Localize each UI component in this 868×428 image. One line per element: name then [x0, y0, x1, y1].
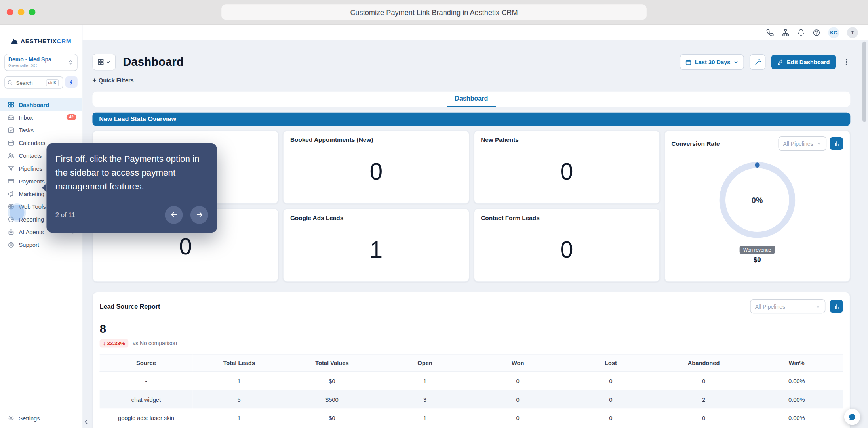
- sidebar-item-label: Tasks: [19, 126, 76, 133]
- tour-text: First off, click the Payments option in …: [55, 152, 208, 194]
- date-range-button[interactable]: Last 30 Days: [680, 54, 744, 70]
- cell: 2: [657, 390, 750, 408]
- sidebar-item-label: Support: [19, 241, 76, 248]
- tour-next-button[interactable]: [190, 206, 208, 224]
- header-cell: Lost: [564, 354, 657, 371]
- edit-dashboard-label: Edit Dashboard: [787, 59, 830, 65]
- cell: 0.00%: [750, 390, 843, 408]
- customize-wand-button[interactable]: [750, 54, 766, 70]
- logo-accent: CRM: [57, 38, 71, 44]
- sidebar-item-inbox[interactable]: Inbox 42: [0, 111, 82, 124]
- magic-wand-icon: [754, 59, 761, 65]
- quick-filters-button[interactable]: + Quick Filters: [92, 76, 153, 84]
- section-banner: New Lead Stats Overview: [92, 113, 850, 126]
- lead-source-table: Source Total Leads Total Values Open Won…: [100, 354, 843, 426]
- avatar-kc[interactable]: KC: [828, 27, 839, 38]
- conversion-chart-settings-button[interactable]: [830, 137, 843, 150]
- quick-actions-button[interactable]: [65, 76, 78, 88]
- arrow-down-icon: ↓: [103, 340, 105, 346]
- cell: $0: [286, 408, 379, 426]
- header-cell: Won: [471, 354, 564, 371]
- avatar-user[interactable]: T: [847, 27, 858, 38]
- lead-source-title: Lead Source Report: [100, 303, 746, 310]
- cell: 0: [657, 371, 750, 390]
- tour-prev-button[interactable]: [165, 206, 183, 224]
- web-tools-globe-icon: [8, 203, 15, 210]
- search-box[interactable]: ctrlK: [4, 76, 63, 89]
- plus-icon: +: [92, 76, 96, 84]
- cell: 1: [379, 371, 472, 390]
- stat-card-title: Google Ads Leads: [290, 214, 462, 221]
- stat-card-title: Contact Form Leads: [481, 214, 653, 221]
- location-sub: Greenville, SC: [8, 63, 68, 68]
- pipelines-funnel-icon: [8, 165, 15, 172]
- stat-card-google-ads-leads: Google Ads Leads 1: [283, 208, 469, 282]
- cell: google ads: laser skin: [100, 408, 193, 426]
- cell: 1: [192, 371, 286, 390]
- stat-card-value: 0: [481, 143, 653, 198]
- page-window-title: Customize Payment Link Branding in Aesth…: [350, 8, 518, 16]
- calendar-icon: [8, 139, 15, 146]
- vertical-scrollbar-thumb[interactable]: [862, 42, 866, 122]
- table-header-row: Source Total Leads Total Values Open Won…: [100, 354, 843, 371]
- contacts-icon: [8, 152, 15, 159]
- more-options-kebab-icon[interactable]: [843, 58, 851, 66]
- won-revenue-amount: $0: [754, 256, 761, 264]
- table-row: chat widget 5 $500 3 0 0 2 0.00%: [100, 390, 843, 408]
- tab-dashboard[interactable]: Dashboard: [447, 92, 496, 107]
- sidebar-item-settings[interactable]: Settings: [0, 410, 82, 426]
- sidebar-collapse-button[interactable]: [82, 418, 89, 425]
- arrow-left-icon: [169, 211, 178, 219]
- help-icon[interactable]: [813, 29, 820, 37]
- edit-dashboard-button[interactable]: Edit Dashboard: [771, 55, 836, 69]
- location-name: Demo - Med Spa: [8, 57, 68, 63]
- dashboard-tabbar: Dashboard: [92, 92, 850, 107]
- window-controls: [7, 9, 36, 15]
- cell: 0: [564, 390, 657, 408]
- updown-chevron-icon: [68, 59, 74, 65]
- minimize-window-button[interactable]: [18, 9, 25, 15]
- chat-widget-button[interactable]: [844, 409, 860, 425]
- conversion-pipeline-select[interactable]: All Pipelines: [778, 136, 826, 151]
- bell-icon[interactable]: [797, 29, 805, 37]
- sidebar-item-tasks[interactable]: Tasks: [0, 124, 82, 136]
- zoom-window-button[interactable]: [29, 9, 36, 15]
- phone-icon[interactable]: [766, 29, 774, 37]
- sidebar-item-dashboard[interactable]: Dashboard: [0, 98, 82, 111]
- window: Customize Payment Link Branding in Aesth…: [0, 0, 868, 428]
- grid-icon: [97, 59, 104, 65]
- app-logo: AESTHETIXCRM: [0, 35, 82, 47]
- calendar-icon: [685, 59, 691, 65]
- tour-tooltip: First off, click the Payments option in …: [46, 143, 217, 233]
- cell: chat widget: [100, 390, 193, 408]
- comparison-label: vs No comparison: [133, 340, 177, 346]
- sidebar-item-support[interactable]: Support: [0, 238, 82, 251]
- browser-tab[interactable]: Customize Payment Link Branding in Aesth…: [221, 4, 647, 20]
- lead-source-pipeline-select[interactable]: All Pipelines: [750, 299, 825, 313]
- support-lifebuoy-icon: [8, 241, 15, 248]
- cell: 0: [564, 371, 657, 390]
- lead-source-chart-settings-button[interactable]: [830, 300, 843, 313]
- cell: 0: [471, 390, 564, 408]
- sidebar-item-label: Dashboard: [19, 101, 76, 108]
- location-switcher[interactable]: Demo - Med Spa Greenville, SC: [4, 54, 78, 71]
- sidebar-item-label: Inbox: [19, 114, 62, 120]
- settings-label: Settings: [19, 415, 40, 422]
- chevron-down-icon: [815, 304, 820, 309]
- stat-card-contact-form-leads: Contact Form Leads 0: [474, 208, 660, 282]
- conversion-rate-card: Conversion Rate All Pipelines: [664, 130, 850, 282]
- arrow-right-icon: [195, 211, 204, 219]
- cell: 0: [657, 408, 750, 426]
- cell: $0: [286, 371, 379, 390]
- search-input[interactable]: [15, 79, 44, 86]
- tour-step-counter: 2 of 11: [55, 211, 157, 219]
- change-badge: ↓ 33.33%: [100, 339, 128, 348]
- header-cell: Win%: [750, 354, 843, 371]
- conversion-donut-chart: 0%: [716, 159, 799, 242]
- stat-card-value: 1: [290, 221, 462, 276]
- close-window-button[interactable]: [7, 9, 13, 15]
- bar-chart-icon: [834, 303, 839, 309]
- search-shortcut: ctrlK: [46, 79, 59, 86]
- dashboard-layout-button[interactable]: [92, 54, 116, 71]
- integrations-icon[interactable]: [782, 29, 790, 37]
